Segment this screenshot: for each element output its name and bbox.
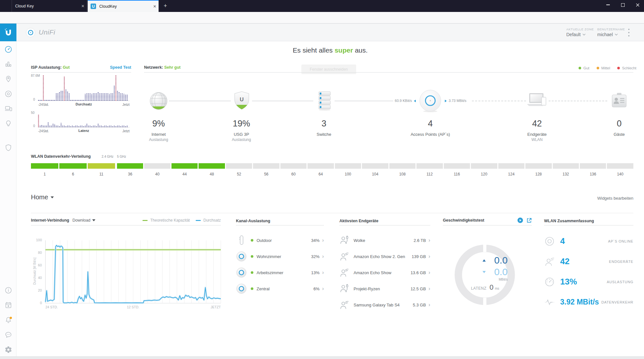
- client-row[interactable]: Amazon Echo Show13.6 GB›: [339, 264, 430, 281]
- mini-bar: [123, 94, 124, 101]
- channel-segment-52: [226, 163, 252, 169]
- mini-bar: [127, 94, 128, 101]
- sidebar-item-chat[interactable]: [5, 331, 12, 339]
- client-name: Amazon Echo Show 2. Gen: [354, 254, 405, 259]
- channel-segment-11: [88, 163, 115, 169]
- channel-row[interactable]: Zentral6%›: [236, 281, 324, 297]
- zone-value: Default: [566, 32, 581, 37]
- mini-bar: [106, 93, 107, 101]
- sidebar-item-devices[interactable]: [5, 90, 12, 98]
- sidebar-item-info[interactable]: [5, 286, 12, 294]
- chevron-right-icon[interactable]: ›: [428, 269, 430, 276]
- speedtest-run-icon[interactable]: [517, 217, 523, 223]
- mini-bar: [57, 94, 58, 101]
- sidebar-item-statistics[interactable]: [5, 60, 12, 68]
- node-clients: 42 Endgeräte WLAN: [511, 119, 563, 142]
- summary-value: 42: [560, 256, 570, 266]
- client-sum-icon: [544, 256, 555, 267]
- client-row[interactable]: Samsung Galaxy Tab S45.3 GB›: [339, 297, 430, 313]
- mini-bar: [120, 93, 121, 101]
- chevron-right-icon[interactable]: ›: [428, 237, 430, 244]
- new-tab-button[interactable]: +: [161, 2, 170, 10]
- client-traffic: 2.6 TB: [414, 238, 426, 243]
- browser-tab-cloudkey[interactable]: U CloudKey ✕: [88, 0, 159, 12]
- sidebar-item-security[interactable]: [5, 144, 12, 152]
- channel-tick: 108: [389, 172, 415, 176]
- client-row[interactable]: Wolke2.6 TB›: [339, 232, 430, 248]
- edit-widgets-link[interactable]: Widgets bearbeiten: [537, 196, 633, 201]
- window-minimize-button[interactable]: [600, 0, 615, 10]
- home-dropdown[interactable]: Home: [31, 194, 54, 201]
- zone-selector[interactable]: AKTUELLE ZONE Default: [566, 27, 594, 37]
- capacity-legend-item: Theoretische Kapazität: [142, 218, 190, 223]
- chevron-right-icon[interactable]: ›: [428, 302, 430, 308]
- chevron-right-icon[interactable]: ›: [322, 237, 324, 244]
- tab-close-icon[interactable]: ✕: [151, 4, 159, 9]
- wlan-summary-divider: [544, 225, 633, 225]
- client-row[interactable]: Projekt-Ryzen12.5 GB›: [339, 281, 430, 297]
- client-name: Samsung Galaxy Tab S4: [354, 303, 400, 307]
- guest-badge-icon[interactable]: [610, 92, 629, 110]
- user-selector[interactable]: BENUTZERNAME michael: [597, 27, 625, 37]
- channel-row[interactable]: Outdoor34%›: [236, 232, 324, 248]
- band-5-label: 5 GHz: [117, 155, 126, 158]
- channel-tick: 6: [59, 172, 87, 176]
- round-ap-icon: [236, 251, 247, 262]
- sidebar-item-settings[interactable]: [5, 346, 12, 354]
- sidebar-item-insights[interactable]: [5, 120, 12, 127]
- chevron-right-icon[interactable]: ›: [322, 285, 324, 292]
- channel-tick: 52: [226, 172, 252, 176]
- client-name: Projekt-Ryzen: [354, 286, 380, 291]
- tab-close-icon[interactable]: ✕: [79, 4, 87, 8]
- summary-row: 42ENDGERÄTE: [544, 251, 633, 272]
- channel-tick: 120: [471, 172, 497, 176]
- mini-bar: [94, 94, 95, 101]
- mini-bar: [93, 94, 94, 101]
- unifi-u-logo-icon: [4, 28, 13, 37]
- summary-value: 13%: [560, 277, 577, 287]
- channel-row[interactable]: Arbeitszimmer13%›: [236, 264, 324, 281]
- chevron-right-icon[interactable]: ›: [322, 269, 324, 276]
- link-internet-usg: [169, 101, 231, 101]
- window-maximize-button[interactable]: [615, 0, 630, 10]
- switch-stack-icon[interactable]: [315, 90, 334, 112]
- browser-tab-cloud-key[interactable]: Cloud Key ✕: [12, 0, 87, 12]
- channel-row[interactable]: Wohnzimmer32%›: [236, 248, 324, 264]
- speedtest-popout-icon[interactable]: [526, 218, 532, 223]
- window-close-button[interactable]: [630, 0, 644, 10]
- mini-bar: [117, 91, 118, 101]
- speed-test-link[interactable]: Speed Test: [106, 65, 131, 70]
- access-point-icon[interactable]: [418, 89, 443, 113]
- client-rows: Wolke2.6 TB›Amazon Echo Show 2. Gen139 G…: [339, 232, 430, 313]
- home-divider: [31, 213, 633, 213]
- mini-bar: [53, 124, 54, 127]
- chart-ylabel: Durchsatz [M Bit/s]: [33, 254, 36, 289]
- unifi-logo-tile[interactable]: [0, 24, 16, 41]
- traffic-sum-icon: [544, 297, 555, 308]
- client-row[interactable]: Amazon Echo Show 2. Gen139 GB›: [339, 248, 430, 264]
- download-dropdown[interactable]: Download: [73, 218, 96, 223]
- channel-tick: 64: [307, 172, 334, 176]
- link-ap-clients: [472, 101, 526, 101]
- usg-shield-icon[interactable]: U: [233, 91, 251, 111]
- sidebar-item-events[interactable]: [5, 301, 12, 309]
- svg-text:U: U: [240, 96, 244, 103]
- sidebar-item-dashboard[interactable]: [5, 45, 12, 53]
- browser-toolbar: https://192.168.1.3:8443/manage/site/def…: [0, 12, 644, 24]
- chart-ytick: 20: [32, 288, 42, 292]
- client-traffic: 13.6 GB: [411, 270, 426, 275]
- sidebar-item-alerts[interactable]: [5, 316, 12, 324]
- chevron-right-icon[interactable]: ›: [322, 253, 324, 260]
- mini-bar: [59, 92, 60, 101]
- chevron-right-icon[interactable]: ›: [428, 253, 430, 260]
- mini-bar: [119, 92, 120, 101]
- mini-bar: [65, 90, 66, 101]
- globe-icon[interactable]: [149, 91, 168, 111]
- sidebar-item-map[interactable]: [5, 75, 12, 83]
- mini-bar: [111, 94, 112, 101]
- sidebar-item-clients[interactable]: [5, 105, 12, 113]
- header-kebab-menu-icon[interactable]: [628, 28, 630, 37]
- round-ap-icon: [236, 267, 247, 278]
- wlan-clients-icon[interactable]: [527, 93, 548, 109]
- chevron-right-icon[interactable]: ›: [428, 285, 430, 292]
